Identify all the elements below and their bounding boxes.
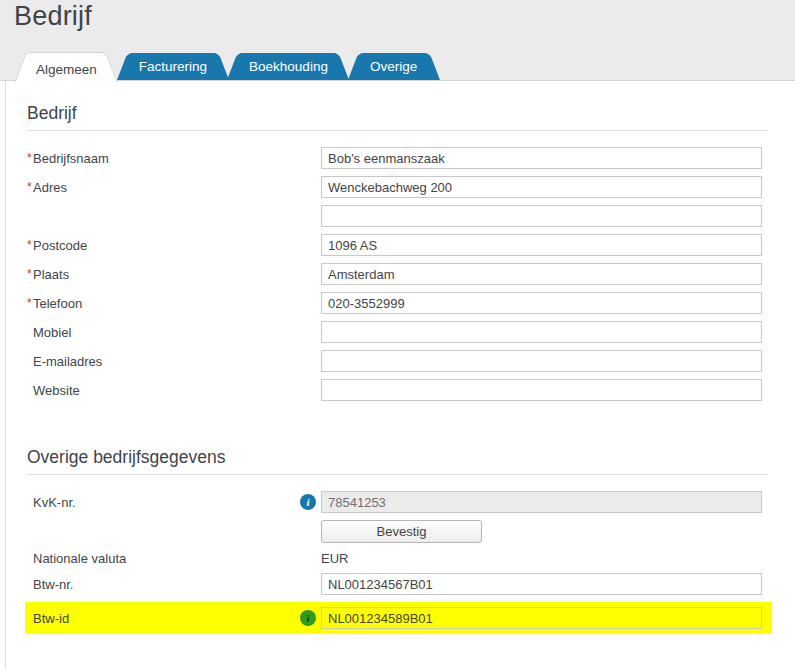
emailadres-input[interactable] bbox=[321, 350, 762, 372]
mobiel-input[interactable] bbox=[321, 321, 762, 343]
kvk-label: KvK-nr. bbox=[33, 495, 76, 510]
bedrijfsnaam-input[interactable] bbox=[321, 147, 762, 169]
form-row-mobiel: Mobiel bbox=[27, 321, 768, 343]
website-label: Website bbox=[33, 383, 80, 398]
field-label: * Telefoon bbox=[27, 296, 321, 311]
form-row-kvk: KvK-nr. i bbox=[27, 491, 768, 513]
field-label: Website bbox=[27, 383, 321, 398]
adres-input[interactable] bbox=[321, 176, 762, 198]
tab-facturering-label: Facturering bbox=[139, 59, 207, 74]
adres-label: Adres bbox=[33, 180, 67, 195]
field-label: Btw-id i bbox=[27, 610, 321, 626]
tab-algemeen-label: Algemeen bbox=[36, 62, 97, 77]
field-label: * Adres bbox=[27, 180, 321, 195]
page-title: Bedrijf bbox=[14, 1, 92, 32]
nationale-valuta-value: EUR bbox=[321, 551, 348, 566]
btw-id-info-icon[interactable]: i bbox=[300, 610, 316, 626]
form-row-emailadres: E-mailadres bbox=[27, 350, 768, 372]
kvk-input bbox=[321, 491, 762, 513]
field-label: * Postcode bbox=[27, 238, 321, 253]
tab-algemeen[interactable]: Algemeen bbox=[14, 52, 119, 83]
form-row-telefoon: * Telefoon bbox=[27, 292, 768, 314]
field-label: KvK-nr. i bbox=[27, 494, 321, 510]
field-label: Btw-nr. bbox=[27, 577, 321, 592]
form-row-nationale-valuta: Nationale valuta EUR bbox=[27, 551, 768, 566]
form-row-bedrijfsnaam: * Bedrijfsnaam bbox=[27, 147, 768, 169]
section-title-bedrijf: Bedrijf bbox=[27, 103, 768, 131]
field-label: Mobiel bbox=[27, 325, 321, 340]
btw-nr-label: Btw-nr. bbox=[33, 577, 73, 592]
tab-boekhouding[interactable]: Boekhouding bbox=[227, 53, 350, 80]
kvk-info-icon[interactable]: i bbox=[300, 494, 316, 510]
field-label: * Bedrijfsnaam bbox=[27, 151, 321, 166]
plaats-label: Plaats bbox=[33, 267, 69, 282]
form-row-adres: * Adres bbox=[27, 176, 768, 198]
form-row-plaats: * Plaats bbox=[27, 263, 768, 285]
btw-id-label: Btw-id bbox=[33, 611, 69, 626]
bedrijfsnaam-label: Bedrijfsnaam bbox=[33, 151, 109, 166]
field-label: Nationale valuta bbox=[27, 551, 321, 566]
form-row-bevestig: Bevestig bbox=[27, 520, 768, 544]
page-header: Bedrijf Algemeen Facturering Boekhouding… bbox=[0, 0, 795, 81]
form-row-website: Website bbox=[27, 379, 768, 401]
plaats-input[interactable] bbox=[321, 263, 762, 285]
nationale-valuta-label: Nationale valuta bbox=[33, 551, 126, 566]
emailadres-label: E-mailadres bbox=[33, 354, 102, 369]
form-row-btw-id-highlighted: Btw-id i bbox=[25, 602, 772, 634]
bevestig-button[interactable]: Bevestig bbox=[321, 520, 482, 543]
tab-overige-label: Overige bbox=[370, 59, 417, 74]
mobiel-label: Mobiel bbox=[33, 325, 71, 340]
adres-2-input[interactable] bbox=[321, 205, 762, 227]
tab-bar: Algemeen Facturering Boekhouding Overige bbox=[14, 52, 437, 80]
tab-panel-algemeen: Bedrijf * Bedrijfsnaam * Adres * Postcod… bbox=[5, 81, 795, 669]
form-row-adres-2 bbox=[27, 205, 768, 227]
section-title-overige-bedrijfsgegevens: Overige bedrijfsgegevens bbox=[27, 447, 768, 475]
tab-overige[interactable]: Overige bbox=[348, 53, 439, 80]
field-label: E-mailadres bbox=[27, 354, 321, 369]
postcode-input[interactable] bbox=[321, 234, 762, 256]
postcode-label: Postcode bbox=[33, 238, 87, 253]
tab-facturering[interactable]: Facturering bbox=[117, 53, 229, 80]
telefoon-label: Telefoon bbox=[33, 296, 82, 311]
tab-boekhouding-label: Boekhouding bbox=[249, 59, 328, 74]
btw-id-input[interactable] bbox=[321, 607, 762, 629]
btw-nr-input[interactable] bbox=[321, 573, 762, 595]
telefoon-input[interactable] bbox=[321, 292, 762, 314]
field-label: * Plaats bbox=[27, 267, 321, 282]
website-input[interactable] bbox=[321, 379, 762, 401]
form-row-btw-nr: Btw-nr. bbox=[27, 573, 768, 595]
form-row-postcode: * Postcode bbox=[27, 234, 768, 256]
